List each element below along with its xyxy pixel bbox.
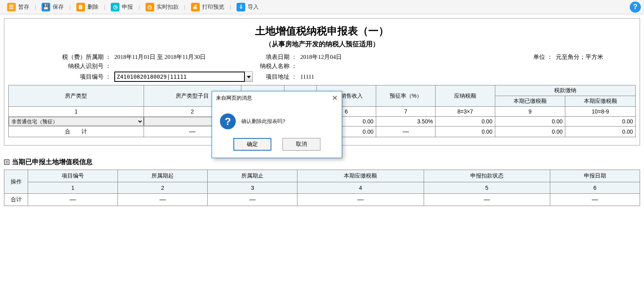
question-icon: ?	[220, 113, 236, 129]
th: 项目编号	[28, 170, 118, 182]
th: 6	[550, 182, 640, 194]
cell: 0.00	[565, 127, 636, 137]
delete-icon: 🗑	[76, 3, 85, 11]
deduct-button[interactable]: ◷ 实时扣款	[142, 2, 183, 12]
cell: —	[376, 127, 436, 137]
cell: 0.00	[565, 117, 636, 127]
print-icon: 🖨	[191, 3, 200, 11]
save-icon: 💾	[42, 3, 50, 11]
cell: 0.00	[495, 117, 565, 127]
separator: |	[104, 4, 105, 10]
th: 申报扣款状态	[424, 170, 550, 182]
cell: 0.00	[436, 127, 495, 137]
label: 申报	[122, 4, 133, 11]
th: 所属期止	[208, 170, 297, 182]
total-label: 合 计	[9, 127, 144, 137]
delete-button[interactable]: 🗑 删除	[72, 2, 102, 12]
separator: |	[138, 4, 140, 10]
fill-date-value: 2018年12月04日	[297, 53, 376, 61]
cell: 0.00	[495, 127, 565, 137]
separator: |	[69, 4, 70, 10]
period-label: 税（费）所属期 ：	[12, 53, 111, 61]
label: 实时扣款	[157, 4, 179, 11]
form-title: 土地增值税纳税申报表（一）	[4, 24, 640, 38]
th-due: 应纳税额	[436, 85, 495, 107]
property-type-select[interactable]: 非普通住宅（预征）	[9, 117, 144, 126]
cell: 0.00	[436, 117, 495, 127]
chevron-down-icon[interactable]	[245, 72, 253, 82]
separator: |	[184, 4, 186, 10]
taxpayer-id-value	[111, 62, 238, 70]
print-button[interactable]: 🖨 打印预览	[187, 2, 228, 12]
separator: |	[230, 4, 231, 10]
th-payable: 本期应缴税额	[565, 96, 636, 107]
temp-save-icon: ☰	[7, 3, 16, 11]
unit-value: 元至角分；平方米	[553, 53, 632, 61]
declared-grid: 操作 项目编号 所属期起 所属期止 本期应缴税额 申报扣款状态 申报日期 1 2…	[4, 170, 640, 206]
label: 删除	[87, 4, 98, 11]
col-idx: 9	[495, 107, 565, 117]
separator: |	[35, 4, 36, 10]
cancel-button[interactable]: 取消	[282, 138, 320, 151]
label: 保存	[53, 4, 64, 11]
period-value: 2018年11月01日 至 2018年11月30日	[111, 53, 238, 61]
confirm-dialog: 来自网页的消息 ✕ ? 确认删除此报表吗? 确定 取消	[212, 91, 342, 158]
th-payment-group: 税款缴纳	[495, 85, 635, 96]
dialog-title: 来自网页的消息	[216, 94, 252, 102]
taxpayer-name-label: 纳税人名称 ：	[238, 62, 297, 70]
taxpayer-name-value	[297, 62, 300, 70]
project-addr-value: 11111	[297, 74, 314, 80]
label: 导入	[248, 4, 259, 11]
th-op: 操作	[4, 170, 28, 194]
total-label: 合计	[4, 194, 28, 206]
import-icon: ⇩	[237, 3, 245, 11]
th-type: 房产类型	[9, 85, 144, 107]
cell: —	[424, 194, 550, 206]
cell: —	[550, 194, 640, 206]
total-row: 合计 — — — — — —	[4, 194, 640, 206]
ok-button[interactable]: 确定	[233, 138, 271, 151]
section-title: 当期已申报土地增值税信息	[4, 157, 640, 166]
fill-date-label: 填表日期 ：	[238, 53, 297, 61]
project-no-label: 项目编号 ：	[12, 73, 111, 81]
cell: 3.50%	[376, 117, 436, 127]
th: 本期应缴税额	[297, 170, 424, 182]
cell: —	[28, 194, 118, 206]
th: 1	[28, 182, 118, 194]
th: 所属期起	[118, 170, 208, 182]
list-icon	[4, 159, 9, 165]
cell: —	[208, 194, 297, 206]
label: 打印预览	[202, 4, 224, 11]
save-button[interactable]: 💾 保存	[38, 2, 68, 12]
col-idx: 8=3×7	[436, 107, 495, 117]
th: 申报日期	[550, 170, 640, 182]
cell: —	[297, 194, 424, 206]
th: 2	[118, 182, 208, 194]
deduct-icon: ◷	[146, 3, 154, 11]
dialog-message: 确认删除此报表吗?	[241, 118, 285, 125]
unit-label: 单位 ：	[376, 53, 553, 61]
declare-icon: ◷	[111, 3, 119, 11]
th-paid: 本期已缴税额	[495, 96, 565, 107]
th: 3	[208, 182, 297, 194]
temp-save-button[interactable]: ☰ 暂存	[3, 2, 33, 12]
toolbar: ☰ 暂存 | 💾 保存 | 🗑 删除 | ◷ 申报 | ◷ 实时扣款 | 🖨 打…	[0, 0, 644, 14]
col-idx: 10=8-9	[565, 107, 636, 117]
form-subtitle: （从事房地产开发的纳税人预征适用）	[4, 40, 640, 49]
import-button[interactable]: ⇩ 导入	[233, 2, 263, 12]
th: 4	[297, 182, 424, 194]
help-icon[interactable]: ?	[630, 2, 641, 13]
label: 暂存	[18, 4, 29, 11]
col-idx: 7	[376, 107, 436, 117]
th: 5	[424, 182, 550, 194]
project-addr-label: 项目地址 ：	[254, 73, 297, 81]
declare-button[interactable]: ◷ 申报	[107, 2, 137, 12]
th-rate: 预征率（%）	[376, 85, 436, 107]
cell: —	[118, 194, 208, 206]
taxpayer-id-label: 纳税人识别号 ：	[12, 62, 111, 70]
col-idx: 1	[9, 107, 144, 117]
close-icon[interactable]: ✕	[332, 94, 338, 102]
project-no-select[interactable]	[114, 72, 245, 82]
